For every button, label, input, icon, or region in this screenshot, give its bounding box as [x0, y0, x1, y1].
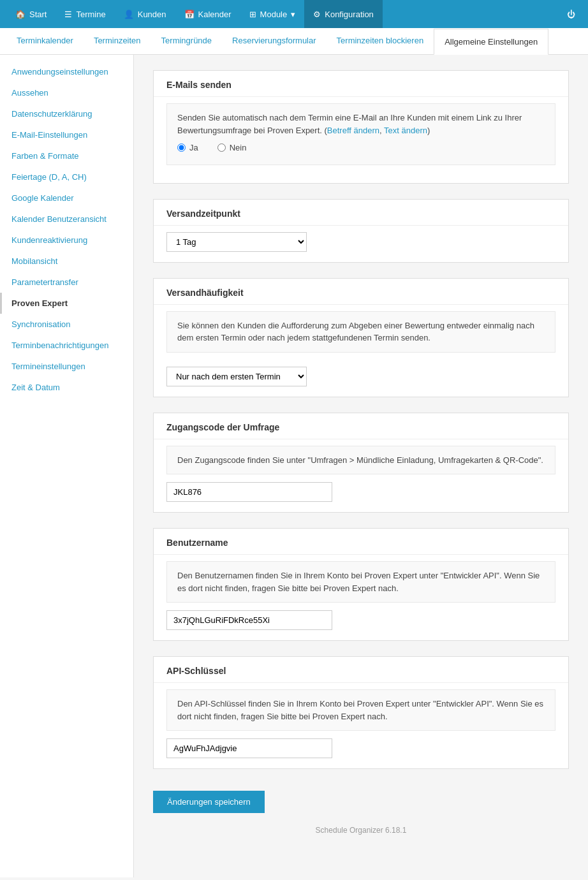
- sidebar-item-email-einstellungen[interactable]: E-Mail-Einstellungen: [0, 124, 133, 145]
- section-versandhaeufigkeit: Versandhäufigkeit Sie können den Kunden …: [153, 278, 569, 397]
- radio-nein[interactable]: [217, 143, 226, 152]
- grid-icon: ⊞: [249, 10, 256, 19]
- sidebar-item-datenschutzerklaerung[interactable]: Datenschutzerklärung: [0, 103, 133, 124]
- page-layout: Anwendungseinstellungen Aussehen Datensc…: [0, 55, 588, 877]
- benutzername-desc: Den Benutzernamen finden Sie in Ihrem Ko…: [166, 561, 555, 603]
- nav-kalender[interactable]: 📅 Kalender: [175, 0, 240, 28]
- api-schluessel-input[interactable]: [166, 738, 332, 758]
- radio-ja-label[interactable]: Ja: [177, 142, 198, 154]
- sidebar-item-kalender-benutzeransicht[interactable]: Kalender Benutzeransicht: [0, 209, 133, 230]
- versandzeitpunkt-body: 1 Tag 2 Tage 3 Tage 5 Tage 7 Tage: [154, 226, 568, 262]
- nav-module[interactable]: ⊞ Module ▾: [240, 0, 305, 28]
- sidebar-item-synchronisation[interactable]: Synchronisation: [0, 314, 133, 335]
- footer: Schedule Organizer 6.18.1: [153, 813, 569, 847]
- gear-icon: ⚙: [313, 10, 321, 19]
- versandhaeufigkeit-body: Sie können den Kunden die Aufforderung z…: [154, 305, 568, 397]
- tab-terminzeiten-blockieren[interactable]: Terminzeiten blockieren: [327, 28, 434, 54]
- second-navigation: Terminkalender Terminzeiten Termingründe…: [0, 28, 588, 55]
- radio-group-ja-nein: Ja Nein: [177, 136, 545, 157]
- section-versandzeitpunkt: Versandzeitpunkt 1 Tag 2 Tage 3 Tage 5 T…: [153, 199, 569, 263]
- sidebar-item-aussehen[interactable]: Aussehen: [0, 82, 133, 103]
- versandhaeufigkeit-select[interactable]: Nur nach dem ersten Termin Nach jedem Te…: [166, 367, 307, 386]
- benutzername-body: Den Benutzernamen finden Sie in Ihrem Ko…: [154, 555, 568, 640]
- tab-terminzeiten[interactable]: Terminzeiten: [84, 28, 151, 54]
- api-schluessel-title: API-Schlüssel: [154, 657, 568, 682]
- section-emails-body: Senden Sie automatisch nach dem Termin e…: [154, 97, 568, 183]
- versandzeitpunkt-title: Versandzeitpunkt: [154, 200, 568, 225]
- radio-nein-label[interactable]: Nein: [217, 142, 247, 154]
- tab-termingruende[interactable]: Termingründe: [151, 28, 223, 54]
- versandhaeufigkeit-desc: Sie können den Kunden die Aufforderung z…: [166, 311, 555, 353]
- section-emails-senden: E-Mails senden Senden Sie automatisch na…: [153, 70, 569, 184]
- sidebar-item-mobilansicht[interactable]: Mobilansicht: [0, 251, 133, 272]
- zugangscode-input[interactable]: [166, 482, 332, 502]
- sidebar-item-terminbenachrichtigungen[interactable]: Terminbenachrichtigungen: [0, 335, 133, 356]
- versandzeitpunkt-select[interactable]: 1 Tag 2 Tage 3 Tage 5 Tage 7 Tage: [166, 232, 307, 252]
- sidebar-item-feiertage[interactable]: Feiertage (D, A, CH): [0, 166, 133, 187]
- betreff-aendern-link[interactable]: Betreff ändern: [327, 126, 379, 135]
- text-aendern-link[interactable]: Text ändern: [384, 126, 427, 135]
- top-navigation: 🏠 Start ☰ Termine 👤 Kunden 📅 Kalender ⊞ …: [0, 0, 588, 28]
- list-icon: ☰: [64, 10, 72, 19]
- sidebar-item-anwendungseinstellungen[interactable]: Anwendungseinstellungen: [0, 61, 133, 82]
- nav-kunden[interactable]: 👤 Kunden: [115, 0, 175, 28]
- section-emails-title: E-Mails senden: [154, 71, 568, 96]
- versandhaeufigkeit-title: Versandhäufigkeit: [154, 279, 568, 304]
- sidebar-item-zeit-datum[interactable]: Zeit & Datum: [0, 377, 133, 398]
- user-icon: 👤: [124, 10, 134, 19]
- home-icon: 🏠: [15, 10, 26, 19]
- sidebar-item-kundenreaktivierung[interactable]: Kundenreaktivierung: [0, 230, 133, 251]
- power-icon: ⏻: [567, 10, 575, 19]
- nav-termine[interactable]: ☰ Termine: [55, 0, 114, 28]
- power-button[interactable]: ⏻: [561, 10, 582, 19]
- save-button[interactable]: Änderungen speichern: [153, 791, 265, 813]
- sidebar-item-proven-expert[interactable]: Proven Expert: [0, 293, 133, 314]
- api-schluessel-desc: Den API-Schlüssel finden Sie in Ihrem Ko…: [166, 689, 555, 731]
- emails-description: Senden Sie automatisch nach dem Termin e…: [166, 103, 555, 165]
- benutzername-title: Benutzername: [154, 529, 568, 554]
- sidebar-item-farben-formate[interactable]: Farben & Formate: [0, 145, 133, 166]
- tab-allgemeine-einstellungen[interactable]: Allgemeine Einstellungen: [434, 29, 548, 55]
- tab-reservierungsformular[interactable]: Reservierungsformular: [222, 28, 327, 54]
- main-content: E-Mails senden Senden Sie automatisch na…: [134, 55, 588, 877]
- section-benutzername: Benutzername Den Benutzernamen finden Si…: [153, 528, 569, 641]
- zugangscode-title: Zugangscode der Umfrage: [154, 413, 568, 439]
- sidebar: Anwendungseinstellungen Aussehen Datensc…: [0, 55, 134, 877]
- zugangscode-body: Den Zugangscode finden Sie unter "Umfrag…: [154, 439, 568, 513]
- sidebar-item-termineinstellungen[interactable]: Termineinstellungen: [0, 356, 133, 377]
- benutzername-input[interactable]: [166, 610, 332, 630]
- api-schluessel-body: Den API-Schlüssel finden Sie in Ihrem Ko…: [154, 683, 568, 768]
- nav-konfiguration[interactable]: ⚙ Konfiguration: [304, 0, 383, 28]
- section-api-schluessel: API-Schlüssel Den API-Schlüssel finden S…: [153, 656, 569, 769]
- tab-terminkalender[interactable]: Terminkalender: [6, 28, 84, 54]
- nav-start[interactable]: 🏠 Start: [6, 0, 55, 28]
- zugangscode-desc: Den Zugangscode finden Sie unter "Umfrag…: [166, 446, 555, 475]
- radio-ja[interactable]: [177, 143, 186, 152]
- calendar-icon: 📅: [184, 10, 195, 19]
- section-zugangscode: Zugangscode der Umfrage Den Zugangscode …: [153, 413, 569, 513]
- sidebar-item-google-kalender[interactable]: Google Kalender: [0, 187, 133, 209]
- dropdown-arrow-icon: ▾: [291, 10, 295, 19]
- sidebar-item-parametertransfer[interactable]: Parametertransfer: [0, 272, 133, 293]
